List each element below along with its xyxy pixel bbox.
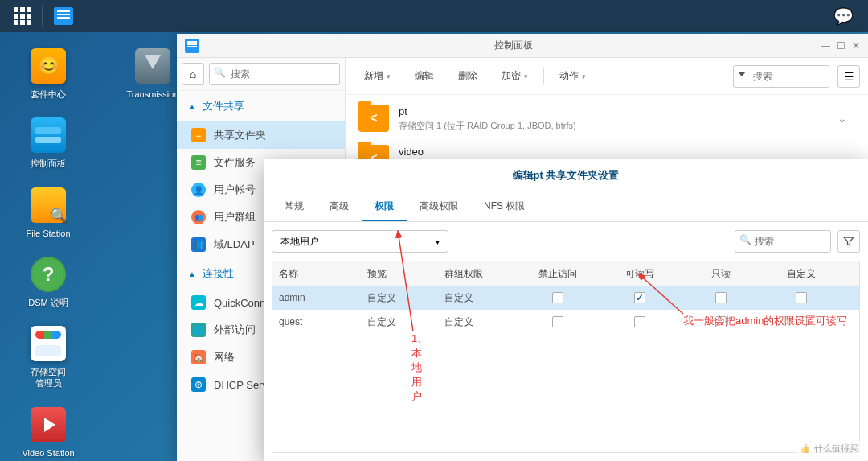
desktop-file-station[interactable]: File Station [16,187,80,239]
folder-row-pt[interactable]: pt存储空间 1 (位于 RAID Group 1, JBOD, btrfs) … [354,98,860,138]
sidebar-search [209,63,340,85]
home-icon: ⌂ [190,68,196,80]
toolbar-filter-input[interactable] [733,65,829,88]
chat-button[interactable]: 💬 [825,6,862,26]
desktop-dsm-help[interactable]: DSM 说明 [16,257,80,308]
apps-grid-icon [14,7,31,25]
desktop-video-station[interactable]: Video Station [16,407,80,459]
add-button[interactable]: 新增▾ [354,64,401,88]
dialog-title: 编辑pt 共享文件夹设置 [264,159,868,191]
chevron-down-icon: ▾ [436,237,440,246]
ldap-icon [191,237,206,252]
table-row-admin[interactable]: admin 自定义 自定义 [272,286,859,310]
quickconnect-icon [191,295,206,310]
tab-permissions[interactable]: 权限 [362,191,407,221]
chevron-down-icon: ▾ [524,72,528,80]
taskbar: 💬 [0,0,868,32]
group-icon [191,210,206,224]
edit-share-dialog: 编辑pt 共享文件夹设置 常规 高级 权限 高级权限 NFS 权限 本地用户▾ … [264,159,868,461]
minimize-button[interactable]: — [821,40,830,51]
user-icon [191,183,206,197]
dialog-search-input[interactable] [735,230,831,253]
chevron-down-icon: ▾ [582,72,586,80]
deny-checkbox[interactable] [552,316,563,327]
storage-manager-icon [31,326,66,361]
chevron-down-icon: ▾ [387,72,391,80]
control-panel-icon [54,7,73,25]
menu-icon: ☰ [844,70,854,83]
window-titlebar[interactable]: 控制面板 — ☐ ✕ [177,34,868,58]
toolbar-filter [733,65,829,88]
desktop-transmission[interactable]: Transmission [121,48,185,100]
tab-advanced[interactable]: 高级 [317,191,362,221]
filter-icon [843,236,854,247]
window-controls: — ☐ ✕ [821,40,860,51]
chat-icon: 💬 [833,7,854,25]
desktop-storage-manager[interactable]: 存储空间 管理员 [16,326,80,389]
dhcp-icon [191,377,206,392]
sidebar-search-input[interactable] [209,63,340,85]
video-station-icon [31,407,66,442]
main-toolbar: 新增▾ 编辑 删除 加密▾ 动作▾ ☰ [346,58,868,95]
desktop-control-panel[interactable]: 控制面板 [16,117,80,169]
folder-icon [358,105,389,132]
ro-checkbox[interactable] [715,292,727,303]
user-type-select[interactable]: 本地用户▾ [272,230,448,253]
external-access-icon [191,323,206,337]
edit-button[interactable]: 编辑 [404,64,444,88]
maximize-button[interactable]: ☐ [837,40,845,51]
help-icon [31,257,66,292]
apps-button[interactable] [6,0,39,32]
window-title: 控制面板 [206,39,821,52]
taskbar-running-app[interactable] [46,0,81,32]
desktop-package-center[interactable]: 套件中心 [16,48,80,100]
chevron-up-icon: ▲ [188,102,196,111]
custom-checkbox[interactable] [796,292,807,303]
transmission-icon [135,48,170,84]
expand-icon[interactable]: ⌄ [829,112,855,125]
table-row-guest[interactable]: guest 自定义 自定义 [272,310,859,334]
home-button[interactable]: ⌂ [182,63,204,85]
file-station-icon [31,187,66,223]
tab-adv-permissions[interactable]: 高级权限 [407,191,471,221]
shared-folder-icon [191,128,206,142]
sidebar-item-shared-folder[interactable]: 共享文件夹 [177,121,345,149]
window-icon [185,39,199,53]
tab-general[interactable]: 常规 [272,191,317,221]
custom-checkbox[interactable] [796,316,807,327]
package-center-icon [31,48,66,84]
network-icon [191,350,206,364]
control-panel-icon [31,117,66,153]
close-button[interactable]: ✕ [852,40,860,51]
tab-nfs[interactable]: NFS 权限 [471,191,538,221]
permissions-table: 名称 预览 群组权限 禁止访问 可读写 只读 自定义 admin 自定义 自定义… [272,261,860,453]
chevron-up-icon: ▲ [188,270,196,278]
dialog-search [735,230,831,253]
table-header: 名称 预览 群组权限 禁止访问 可读写 只读 自定义 [272,261,859,286]
delete-button[interactable]: 删除 [448,64,488,88]
rw-checkbox[interactable] [634,292,645,303]
encrypt-button[interactable]: 加密▾ [491,64,538,88]
watermark: 什么值得买 [795,441,863,456]
taskbar-divider [42,5,43,27]
file-services-icon [191,155,206,170]
ro-checkbox[interactable] [715,316,727,327]
dialog-tabs: 常规 高级 权限 高级权限 NFS 权限 [264,191,868,222]
filter-button[interactable] [837,230,860,253]
rw-checkbox[interactable] [634,316,645,327]
separator [543,68,544,84]
action-button[interactable]: 动作▾ [549,64,596,88]
sidebar-group-fileshare[interactable]: ▲文件共享 [177,91,345,121]
desktop-col1: 套件中心 控制面板 File Station DSM 说明 存储空间 管理员 V… [0,32,96,461]
deny-checkbox[interactable] [552,292,563,303]
more-button[interactable]: ☰ [837,65,860,88]
